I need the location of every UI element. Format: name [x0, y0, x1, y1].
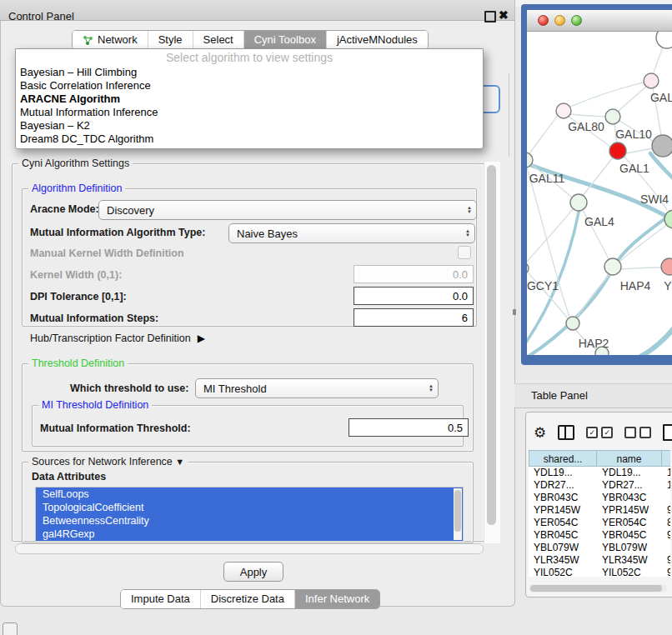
- column-header-name[interactable]: name: [597, 450, 662, 467]
- mi-steps-field[interactable]: 6: [354, 308, 474, 327]
- apply-button[interactable]: Apply: [223, 562, 283, 582]
- network-node-gal1[interactable]: [609, 142, 626, 159]
- node-label-gal1: GAL1: [619, 162, 649, 175]
- algorithm-option[interactable]: ARACNE Algorithm: [16, 92, 483, 106]
- deselect-all-columns-icon[interactable]: [624, 427, 651, 438]
- settings-vertical-scrollbar-thumb[interactable]: [487, 165, 496, 525]
- control-panel-title: Control Panel: [8, 10, 74, 22]
- column-layout-icon[interactable]: [558, 425, 574, 440]
- table-cell: 9.: [662, 504, 670, 517]
- network-node-gal4[interactable]: [570, 194, 587, 211]
- network-edge[interactable]: [624, 317, 672, 355]
- network-edge[interactable]: [570, 114, 605, 117]
- table-horizontal-scrollbar[interactable]: [529, 584, 667, 592]
- mi-algorithm-type-select[interactable]: Naive Bayes ▲▼: [228, 223, 475, 243]
- tab-impute-data[interactable]: Impute Data: [121, 590, 200, 608]
- aracne-mode-select[interactable]: Discovery ▲▼: [98, 200, 477, 220]
- which-threshold-select[interactable]: MI Threshold ▲▼: [195, 378, 439, 398]
- network-node-hap2[interactable]: [566, 317, 579, 330]
- tab-cyni-toolbox[interactable]: Cyni Toolbox: [243, 31, 326, 49]
- network-edge[interactable]: [528, 115, 558, 156]
- network-node[interactable]: [656, 32, 672, 48]
- column-header-shared...[interactable]: shared...: [529, 450, 597, 467]
- network-node[interactable]: [652, 135, 672, 157]
- network-edge[interactable]: [620, 225, 667, 261]
- network-edge[interactable]: [578, 274, 609, 316]
- algorithm-option[interactable]: Bayesian – K2: [16, 119, 483, 132]
- algorithm-option[interactable]: Bayesian – Hill Climbing: [16, 66, 483, 79]
- minimize-window-icon[interactable]: [554, 15, 565, 26]
- table-row[interactable]: YPR145WYPR145W9.: [529, 504, 670, 517]
- expand-arrow-icon[interactable]: ▶: [198, 332, 205, 344]
- kernel-width-field[interactable]: 0.0: [354, 265, 474, 283]
- obscured-groupbox-edge: [509, 73, 509, 157]
- network-node-gcy1[interactable]: [527, 262, 529, 274]
- tab-style[interactable]: Style: [148, 31, 193, 49]
- attributes-scrollbar-thumb[interactable]: [454, 490, 461, 532]
- table-cell: YBR045C: [597, 529, 662, 542]
- column-header-cut[interactable]: [662, 450, 670, 467]
- select-all-columns-icon[interactable]: ✓ ✓: [586, 427, 613, 438]
- table-row[interactable]: YBL079WYBL079W: [529, 542, 670, 554]
- panel-splitter-handle[interactable]: [513, 309, 516, 315]
- attributes-scrollbar[interactable]: [454, 488, 462, 540]
- manual-kernel-width-checkbox[interactable]: [458, 246, 471, 259]
- network-tab-icon: [83, 35, 93, 46]
- table-row[interactable]: YLR345WYLR345W9.: [529, 554, 670, 567]
- control-panel-tabs: NetworkStyleSelectCyni ToolboxjActiveMNo…: [72, 30, 429, 50]
- table-row[interactable]: YBR043CYBR043C: [529, 492, 670, 504]
- stepper-arrows-icon: ▲▼: [461, 229, 474, 238]
- tab-infer-network[interactable]: Infer Network: [294, 590, 379, 608]
- close-window-icon[interactable]: [538, 15, 549, 26]
- table-row[interactable]: YDL19...YDL19...13: [529, 467, 670, 479]
- table-horizontal-scrollbar-thumb[interactable]: [530, 585, 662, 592]
- network-canvas[interactable]: GALGAL80GAL10GAL1GAL11SWI4GAL4GCY1HAP4YH…: [527, 32, 672, 355]
- new-table-icon[interactable]: [663, 424, 672, 441]
- data-attribute-item[interactable]: TopologicalCoefficient: [36, 501, 463, 514]
- table-row[interactable]: YBR045CYBR045C9.: [529, 529, 670, 542]
- minimized-panel-icon[interactable]: [3, 622, 18, 635]
- algorithm-dropdown-popup: Select algorithm to view settings Bayesi…: [15, 48, 484, 149]
- tab-discretize-data[interactable]: Discretize Data: [200, 590, 294, 608]
- network-node-gal80[interactable]: [556, 103, 571, 118]
- close-panel-icon[interactable]: ✖: [499, 8, 509, 22]
- data-attribute-item[interactable]: BetweennessCentrality: [36, 514, 463, 528]
- tab-label: Cyni Toolbox: [254, 31, 316, 49]
- network-edge[interactable]: [620, 268, 661, 269]
- unchecked-checkbox-icon: [624, 427, 636, 438]
- network-node-hap4[interactable]: [604, 258, 621, 275]
- float-panel-icon[interactable]: [484, 11, 496, 22]
- node-table: shared...name YDL19...YDL19...13YDR27...…: [529, 450, 670, 577]
- algorithm-option[interactable]: Dream8 DC_TDC Algorithm: [16, 132, 483, 146]
- network-edge[interactable]: [650, 153, 672, 190]
- algorithm-option[interactable]: Mutual Information Inference: [16, 106, 483, 119]
- table-cell: YDR27...: [529, 479, 597, 492]
- algorithm-option[interactable]: Basic Correlation Inference: [16, 79, 483, 92]
- hub-transcription-factor-section[interactable]: Hub/Transcription Factor Definition ▶: [30, 332, 205, 344]
- network-window-titlebar[interactable]: [527, 10, 672, 32]
- network-node-gal10[interactable]: [605, 109, 620, 124]
- network-node-y[interactable]: [661, 258, 672, 275]
- node-label-swi4: SWI4: [640, 192, 669, 206]
- aracne-mode-value: Discovery: [99, 204, 463, 217]
- data-attribute-item[interactable]: SelfLoops: [36, 488, 463, 501]
- dpi-tolerance-field[interactable]: 0.0: [354, 287, 474, 305]
- collapse-arrow-icon[interactable]: ▼: [175, 457, 184, 467]
- node-label-gal4: GAL4: [584, 215, 614, 228]
- node-label-gal: GAL: [650, 91, 672, 104]
- tab-network[interactable]: Network: [73, 31, 148, 49]
- network-edge[interactable]: [570, 81, 651, 107]
- tab-jactivemnodules[interactable]: jActiveMNodules: [326, 31, 428, 49]
- network-node-gal[interactable]: [644, 73, 659, 88]
- table-settings-gear-icon[interactable]: ⚙: [534, 426, 546, 440]
- table-row[interactable]: YDR27...YDR27...12: [529, 479, 670, 492]
- data-attribute-item[interactable]: gal4RGexp: [36, 528, 463, 541]
- table-panel-title: Table Panel: [531, 389, 588, 402]
- zoom-window-icon[interactable]: [571, 15, 582, 26]
- table-row[interactable]: YIL052CYIL052C9: [529, 567, 670, 577]
- mi-threshold-field[interactable]: 0.5: [349, 418, 469, 437]
- tab-select[interactable]: Select: [193, 31, 243, 49]
- settings-horizontal-scrollbar-thumb[interactable]: [15, 543, 484, 554]
- table-row[interactable]: YER054CYER054C8.: [529, 517, 670, 529]
- network-edge[interactable]: [527, 209, 573, 263]
